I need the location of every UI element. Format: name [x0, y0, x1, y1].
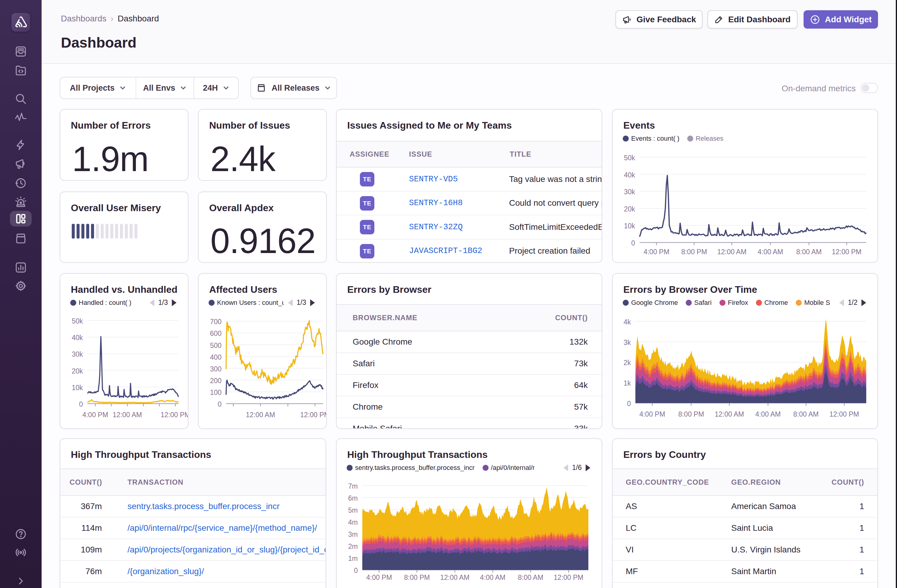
issue-row: TE SENTRY-VD5 Tag value was not a string…	[337, 168, 602, 192]
svg-text:12:00 AM: 12:00 AM	[246, 411, 275, 419]
widget-affected-users: Affected Users Known Users : count_uniqu…	[198, 273, 327, 429]
country-row: MF Saint Martin 1	[613, 561, 877, 583]
svg-text:8:00 AM: 8:00 AM	[518, 574, 543, 581]
browser-row: Safari 73k	[337, 353, 602, 375]
svg-text:1k: 1k	[624, 379, 631, 387]
country-row: AS American Samoa 1	[613, 496, 877, 518]
svg-text:2k: 2k	[624, 359, 631, 367]
icon-pulse	[14, 110, 27, 123]
svg-text:4:00 PM: 4:00 PM	[82, 411, 108, 419]
browser-row: Mobile Safari 33k	[337, 418, 602, 429]
svg-text:12:00 AM: 12:00 AM	[113, 411, 142, 419]
sidebar-logo	[11, 13, 30, 32]
transaction-row: 367m sentry.tasks.process_buffer.process…	[60, 496, 326, 518]
table-header: GEO.COUNTRY_CODEGEO.REGIONCOUNT()	[613, 469, 877, 496]
svg-text:0: 0	[79, 400, 83, 408]
svg-text:2m: 2m	[348, 542, 358, 550]
svg-text:600: 600	[210, 330, 222, 338]
svg-text:12:00 PM: 12:00 PM	[832, 248, 862, 256]
svg-text:12:00 PM: 12:00 PM	[161, 411, 188, 419]
table-header: COUNT()TRANSACTION	[60, 469, 326, 496]
svg-text:0: 0	[217, 400, 222, 408]
widget-number-of-issues: Number of Issues2.4k	[198, 109, 327, 181]
svg-text:8:00 AM: 8:00 AM	[796, 248, 822, 256]
icon-broadcast	[14, 546, 27, 559]
sidebar	[0, 0, 41, 588]
widget-high-throughput-table: High Throughput Transactions COUNT()TRAN…	[60, 438, 326, 588]
icon-inbox	[14, 45, 27, 58]
table-header: ASSIGNEEISSUETITLE	[337, 141, 602, 168]
svg-text:12:00 PM: 12:00 PM	[554, 574, 583, 581]
page-header: Dashboards › Dashboard Dashboard	[41, 0, 897, 64]
svg-text:10k: 10k	[72, 384, 83, 392]
country-row: VI U.S. Virgin Islands 1	[613, 539, 877, 561]
widget-number-of-errors: Number of Errors1.9m	[60, 109, 188, 181]
btn-edit-dashboard[interactable]: Edit Dashboard	[707, 10, 798, 29]
svg-text:1m: 1m	[348, 554, 358, 562]
svg-text:5m: 5m	[348, 506, 358, 514]
svg-text:10k: 10k	[624, 222, 635, 230]
svg-text:4:00 PM: 4:00 PM	[643, 248, 669, 256]
svg-text:700: 700	[210, 318, 222, 325]
svg-text:100: 100	[210, 389, 222, 396]
svg-text:0: 0	[631, 239, 635, 247]
icon-megaphone	[14, 157, 27, 170]
svg-text:4:00 AM: 4:00 AM	[480, 574, 505, 581]
icon-clock	[14, 177, 27, 189]
svg-text:4k: 4k	[624, 318, 631, 326]
transaction-row: 76m /{organization_slug}/	[60, 561, 326, 583]
transaction-row: 114m /api/0/internal/rpc/{service_name}/…	[60, 518, 326, 539]
svg-text:8:00 PM: 8:00 PM	[678, 410, 704, 418]
page-title: Dashboard	[61, 34, 136, 51]
filter-releases[interactable]: All Releases	[251, 77, 337, 99]
svg-text:4m: 4m	[348, 518, 358, 526]
svg-text:50k: 50k	[72, 317, 83, 325]
widget-apdex: Overall Apdex0.9162	[198, 192, 327, 263]
icon-search	[14, 93, 27, 105]
transaction-row: 109m /api/0/projects/{organization_id_or…	[60, 539, 326, 561]
table-header: BROWSER.NAMECOUNT()	[337, 304, 602, 331]
ondemand-metrics: On-demand metrics	[782, 84, 856, 93]
svg-text:8:00 PM: 8:00 PM	[404, 574, 430, 581]
ondemand-toggle[interactable]	[860, 83, 878, 93]
filter-bar: All Projects All Envs 24H	[60, 77, 239, 99]
svg-text:30k: 30k	[624, 188, 635, 196]
svg-text:3m: 3m	[348, 530, 358, 538]
icon-lightning	[14, 139, 27, 151]
sentry-dashboard: Dashboards › Dashboard Dashboard Give Fe…	[0, 0, 897, 588]
svg-text:0: 0	[627, 400, 631, 408]
issue-row: TE JAVASCRIPT-1BG2 Project creation fail…	[337, 240, 602, 263]
icon-siren	[14, 195, 27, 208]
country-row: LC Saint Lucia 1	[613, 518, 877, 539]
svg-text:200: 200	[210, 377, 222, 385]
filter-projects[interactable]: All Projects	[60, 78, 136, 98]
svg-text:3k: 3k	[624, 339, 631, 347]
svg-text:12:00 PM: 12:00 PM	[830, 410, 859, 418]
icon-box	[14, 232, 27, 245]
filter-envs[interactable]: All Envs	[136, 78, 194, 98]
breadcrumbs: Dashboards › Dashboard	[61, 14, 159, 23]
svg-text:40k: 40k	[624, 171, 635, 179]
svg-text:6m: 6m	[348, 494, 358, 502]
window-edge	[896, 0, 897, 588]
browser-row: Chrome 57k	[337, 396, 602, 418]
btn-give-feedback[interactable]: Give Feedback	[615, 10, 703, 29]
svg-text:30k: 30k	[72, 350, 83, 358]
browser-row: Google Chrome 132k	[337, 331, 602, 353]
svg-text:0: 0	[354, 567, 358, 574]
btn-add-widget[interactable]: Add Widget	[804, 10, 878, 29]
svg-text:8:00 PM: 8:00 PM	[681, 248, 707, 256]
transaction-row: 74m /api/0/organizations/{organization_i…	[60, 583, 326, 588]
issue-row: TE SENTRY-32ZQ SoftTimeLimitExceededErro…	[337, 215, 602, 240]
icon-codefolder	[14, 64, 27, 76]
svg-text:4:00 PM: 4:00 PM	[366, 574, 392, 581]
browser-row: Firefox 64k	[337, 375, 602, 396]
icon-chevron	[16, 576, 26, 586]
svg-text:4:00 PM: 4:00 PM	[639, 410, 665, 418]
svg-text:20k: 20k	[72, 367, 83, 375]
icon-dashboard	[14, 212, 27, 225]
svg-text:4:00 AM: 4:00 AM	[755, 410, 781, 418]
svg-text:50k: 50k	[624, 154, 635, 162]
filter-date[interactable]: 24H	[194, 78, 238, 98]
svg-text:4:00 AM: 4:00 AM	[758, 248, 783, 256]
